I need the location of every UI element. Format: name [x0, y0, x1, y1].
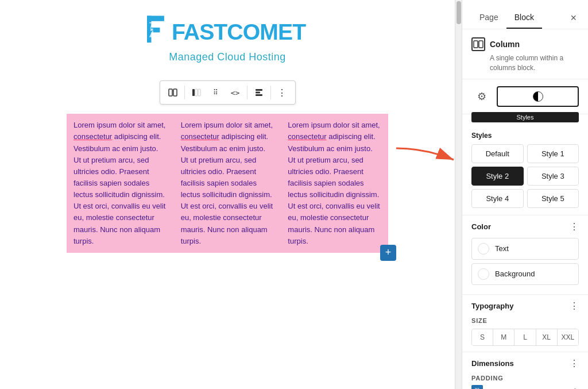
style-option-4[interactable]: Style 4 — [471, 189, 524, 208]
align-icon — [255, 88, 263, 97]
svg-rect-7 — [192, 89, 195, 96]
style-option-default[interactable]: Default — [471, 144, 524, 163]
svg-rect-1 — [147, 16, 164, 21]
dimensions-section: Dimensions ⋮ PADDING ⛓ ⇄ ⛓ ⇄ — [462, 352, 588, 389]
style-option-5[interactable]: Style 5 — [527, 189, 579, 208]
padding-row-1: ⛓ ⇄ — [471, 385, 579, 389]
svg-rect-10 — [256, 89, 262, 91]
logo-tagline: Managed Cloud Hosting — [169, 51, 286, 63]
svg-rect-6 — [173, 89, 177, 96]
text-color-circle — [478, 243, 489, 255]
typography-section: Typography ⋮ SIZE S M L XL XXL — [462, 294, 588, 352]
svg-rect-12 — [256, 94, 262, 96]
code-icon: <> — [231, 88, 240, 97]
style-option-2[interactable]: Style 2 — [471, 167, 524, 186]
color-section: Color ⋮ Text Background — [462, 215, 588, 294]
block-toolbar: ⠿ <> ⋮ — [160, 80, 296, 105]
svg-text:FASTCOMET: FASTCOMET — [172, 20, 306, 44]
dimensions-more-icon[interactable]: ⋮ — [570, 358, 579, 369]
column-1[interactable]: Lorem ipsum dolor sit amet, consectetur … — [67, 114, 174, 253]
grid-dots-icon: ⠿ — [213, 88, 219, 97]
text-color-label: Text — [495, 244, 509, 253]
arrow-overlay — [390, 142, 455, 179]
padding-link-icon: ⛓ — [471, 385, 483, 389]
svg-rect-9 — [198, 89, 200, 96]
size-xl[interactable]: XL — [536, 329, 558, 345]
style-option-1[interactable]: Style 1 — [527, 144, 579, 163]
lorem-text-3: Lorem ipsum dolor sit amet, consectetur … — [288, 120, 381, 247]
size-xxl[interactable]: XXL — [558, 329, 578, 345]
svg-rect-11 — [256, 92, 260, 94]
background-color-label: Background — [495, 269, 535, 278]
svg-rect-8 — [195, 89, 198, 96]
styles-section-label: Styles — [462, 127, 588, 144]
panel-close-button[interactable]: × — [568, 10, 579, 26]
panel-tabs: Page Block — [471, 7, 542, 29]
code-btn[interactable]: <> — [226, 83, 245, 102]
column-select-icon — [192, 88, 201, 97]
columns-toolbar-btn[interactable] — [164, 83, 182, 102]
toolbar-divider-3 — [270, 86, 271, 99]
typography-title: Typography — [471, 302, 513, 310]
lorem-text-2: Lorem ipsum dolor sit amet, consectetur … — [181, 120, 274, 247]
right-panel: Page Block × Column A single column with… — [462, 0, 588, 389]
lorem-text-1: Lorem ipsum dolor sit amet, consectetur … — [74, 120, 167, 247]
more-options-btn[interactable]: ⋮ — [273, 83, 292, 102]
half-circle-icon — [533, 91, 543, 102]
settings-row: ⚙ — [462, 79, 588, 114]
dimensions-section-header: Dimensions ⋮ — [471, 358, 579, 369]
padding-settings-1[interactable]: ⇄ — [568, 386, 579, 389]
size-s[interactable]: S — [472, 329, 493, 345]
svg-rect-5 — [169, 89, 172, 96]
style-options-grid: Default Style 1 Style 2 Style 3 Style 4 … — [462, 144, 588, 215]
scrollbar[interactable] — [455, 0, 462, 389]
editor-area: FASTCOMET Managed Cloud Hosting — [0, 0, 455, 389]
color-more-icon[interactable]: ⋮ — [570, 221, 579, 232]
background-color-circle — [478, 268, 489, 280]
color-section-header: Color ⋮ — [471, 221, 579, 232]
settings-gear-button[interactable]: ⚙ — [471, 86, 492, 107]
toolbar-divider-2 — [247, 86, 247, 99]
background-color-option[interactable]: Background — [471, 263, 579, 285]
columns-icon — [168, 88, 177, 97]
svg-rect-14 — [474, 41, 478, 48]
add-block-button[interactable]: + — [380, 245, 396, 261]
dots-icon-btn[interactable]: ⠿ — [207, 83, 225, 102]
tab-page[interactable]: Page — [471, 7, 506, 29]
block-info-header: Column — [471, 37, 579, 51]
panel-header: Page Block × — [462, 0, 588, 29]
columns-content: Lorem ipsum dolor sit amet, consectetur … — [67, 114, 388, 253]
logo-section: FASTCOMET Managed Cloud Hosting — [67, 11, 388, 63]
more-vertical-icon: ⋮ — [277, 87, 287, 98]
column-3[interactable]: Lorem ipsum dolor sit amet, consectetur … — [281, 114, 388, 253]
styles-toggle-button[interactable] — [497, 86, 579, 107]
block-title: Column — [490, 40, 520, 49]
typography-section-header: Typography ⋮ — [471, 301, 579, 311]
block-info: Column A single column within a columns … — [462, 29, 588, 79]
padding-label: PADDING — [471, 375, 579, 382]
fastcomet-logo: FASTCOMET — [147, 11, 308, 49]
toolbar-divider — [184, 86, 185, 99]
size-m[interactable]: M — [493, 329, 514, 345]
align-btn[interactable] — [250, 83, 268, 102]
column-2[interactable]: Lorem ipsum dolor sit amet, consectetur … — [174, 114, 281, 253]
block-type-icon — [471, 37, 485, 51]
svg-rect-2 — [147, 28, 160, 32]
size-label: SIZE — [471, 317, 579, 324]
gear-icon: ⚙ — [477, 90, 486, 103]
dimensions-title: Dimensions — [471, 359, 514, 368]
styles-tooltip: Styles — [471, 112, 579, 122]
column-select-btn[interactable] — [187, 83, 206, 102]
size-l[interactable]: L — [514, 329, 536, 345]
text-color-option[interactable]: Text — [471, 238, 579, 260]
size-options: S M L XL XXL — [471, 329, 579, 346]
color-title: Color — [471, 222, 491, 231]
typography-more-icon[interactable]: ⋮ — [570, 301, 579, 311]
svg-rect-15 — [479, 41, 483, 48]
block-description: A single column within a columns block. — [490, 53, 579, 73]
tab-block[interactable]: Block — [506, 7, 542, 29]
style-option-3[interactable]: Style 3 — [527, 167, 579, 186]
